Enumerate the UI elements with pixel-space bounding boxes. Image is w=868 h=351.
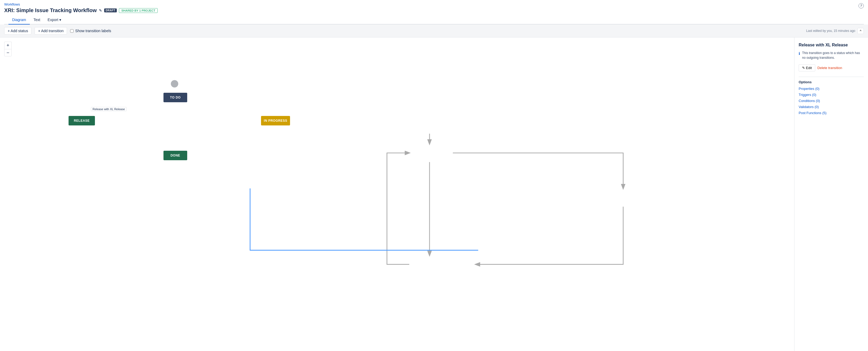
info-text: This transition goes to a status which h… xyxy=(802,51,864,60)
info-icon: ℹ xyxy=(799,51,800,60)
option-post-functions[interactable]: Post Functions (5) xyxy=(799,111,864,115)
options-title: Options xyxy=(799,80,864,84)
start-circle xyxy=(171,80,178,88)
show-transition-labels-label: Show transition labels xyxy=(75,29,111,33)
tab-export[interactable]: Export ▾ xyxy=(44,15,65,25)
page-title: XRI: Simple Issue Tracking Workflow xyxy=(4,7,97,13)
transition-label-release: Release with XL Release xyxy=(91,107,127,111)
last-edited-text: Last edited by you, 15 minutes ago xyxy=(806,29,855,33)
node-done[interactable]: DONE xyxy=(163,151,187,160)
zoom-out-button[interactable]: − xyxy=(4,49,11,56)
add-status-button[interactable]: + Add status xyxy=(4,27,31,34)
transition-labels-checkbox[interactable] xyxy=(70,29,73,33)
option-conditions[interactable]: Conditions (0) xyxy=(799,99,864,103)
delete-transition-link[interactable]: Delete transition xyxy=(817,66,842,70)
zoom-in-button[interactable]: + xyxy=(4,42,11,49)
node-todo[interactable]: TO DO xyxy=(163,93,187,102)
tab-text[interactable]: Text xyxy=(30,15,44,25)
breadcrumb-link[interactable]: Workflows xyxy=(4,2,20,6)
edit-title-icon[interactable]: ✎ xyxy=(99,8,102,13)
option-validators[interactable]: Validators (0) xyxy=(799,105,864,109)
side-panel: Release with XL Release ℹ This transitio… xyxy=(794,37,868,351)
chevron-down-icon: ▾ xyxy=(59,18,61,22)
option-triggers[interactable]: Triggers (0) xyxy=(799,93,864,97)
help-icon[interactable]: ? xyxy=(859,3,864,8)
node-inprogress[interactable]: IN PROGRESS xyxy=(261,116,290,125)
node-release[interactable]: RELEASE xyxy=(68,116,95,125)
draft-badge: DRAFT xyxy=(104,8,117,12)
panel-title: Release with XL Release xyxy=(799,43,864,47)
show-transition-labels-toggle[interactable]: Show transition labels xyxy=(70,29,111,33)
shared-badge: SHARED BY 1 PROJECT xyxy=(119,8,158,13)
edit-transition-button[interactable]: ✎ Edit xyxy=(799,64,815,71)
collapse-panel-button[interactable]: ^ xyxy=(858,28,864,34)
tab-diagram[interactable]: Diagram xyxy=(8,15,30,25)
add-transition-button[interactable]: + Add transition xyxy=(35,27,67,34)
option-properties[interactable]: Properties (0) xyxy=(799,87,864,91)
